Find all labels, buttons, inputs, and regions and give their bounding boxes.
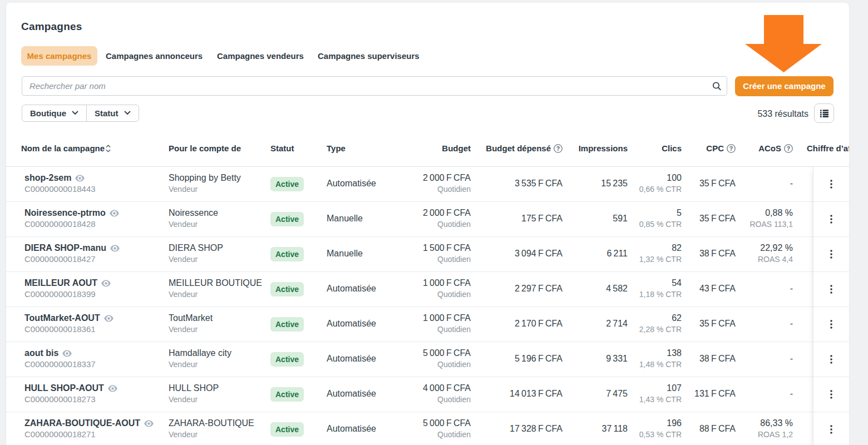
svg-text:?: ? <box>787 145 790 152</box>
